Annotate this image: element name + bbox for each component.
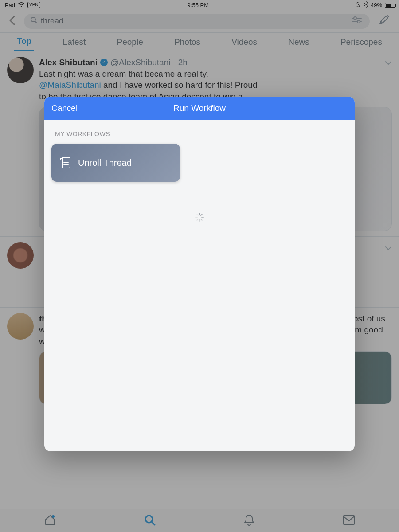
workflow-card-unroll-thread[interactable]: Unroll Thread <box>51 144 180 182</box>
document-icon <box>59 156 72 169</box>
svg-line-8 <box>201 214 202 215</box>
svg-line-12 <box>197 219 198 220</box>
modal-title: Run Workflow <box>173 103 226 113</box>
workflow-label: Unroll Thread <box>78 158 132 168</box>
modal-header: Cancel Run Workflow <box>44 97 355 120</box>
svg-line-10 <box>201 219 202 220</box>
svg-line-14 <box>197 214 198 215</box>
section-header: MY WORKFLOWS <box>55 130 348 137</box>
cancel-button[interactable]: Cancel <box>51 103 78 113</box>
loading-spinner-icon <box>195 213 204 222</box>
workflow-modal: Cancel Run Workflow MY WORKFLOWS Unroll … <box>44 97 355 451</box>
